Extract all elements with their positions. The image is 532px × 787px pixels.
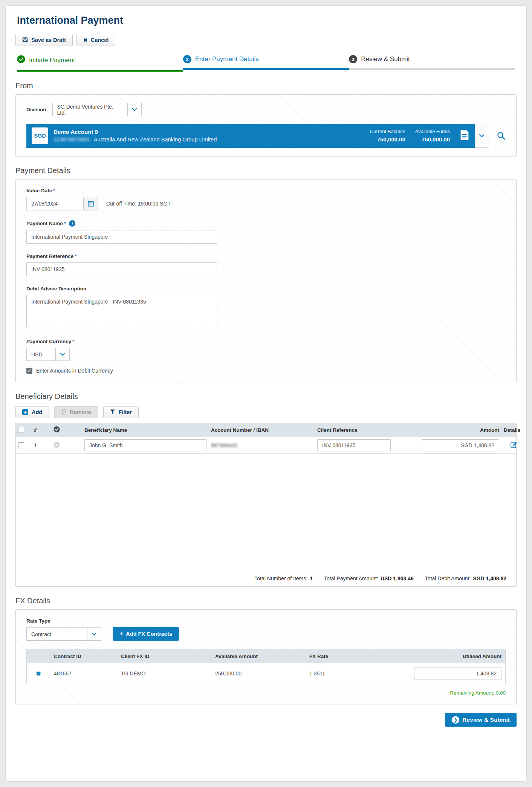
remaining-amount-text: Remaining Amount: 0.00	[26, 690, 506, 696]
cutoff-time-note: Cut-off Time: 19:00:00 SGT	[106, 201, 171, 207]
required-asterisk: *	[53, 188, 55, 193]
chevron-down-icon	[479, 132, 484, 139]
wizard-steps: Initiate Payment 2 Enter Payment Details…	[17, 55, 515, 72]
review-submit-label: Review & Submit	[462, 716, 510, 723]
filter-label: Filter	[119, 409, 132, 415]
debit-advice-description-label: Debit Advice Description	[26, 286, 506, 291]
fx-table-header: Contract ID Client FX ID Available Amoun…	[27, 649, 505, 663]
payment-reference-input[interactable]	[26, 262, 217, 276]
step-number-badge: 3	[349, 55, 357, 63]
rate-type-select[interactable]: Contract	[26, 627, 101, 641]
enter-amounts-debit-currency-checkbox[interactable]: ✓	[26, 368, 32, 374]
rate-type-value: Contract	[27, 628, 87, 640]
available-funds-label: Available Funds	[415, 128, 450, 135]
chevron-down-icon	[127, 103, 141, 116]
total-items-label: Total Number of Items:	[254, 575, 307, 581]
column-contract-id: Contract ID	[50, 654, 117, 659]
beneficiary-name-input[interactable]	[84, 439, 206, 451]
add-fx-contracts-button[interactable]: + Add FX Contracts	[113, 627, 179, 641]
step-initiate-payment[interactable]: Initiate Payment	[17, 55, 183, 72]
step-label: Initiate Payment	[29, 57, 75, 64]
available-funds-value: 750,000.00	[415, 135, 450, 144]
fx-contracts-table: Contract ID Client FX ID Available Amoun…	[26, 649, 506, 684]
step-review-submit[interactable]: 3 Review & Submit	[349, 55, 515, 72]
step-enter-payment-details[interactable]: 2 Enter Payment Details	[183, 55, 349, 72]
column-client-fx-id: Client FX ID	[117, 654, 211, 659]
fx-details-card: Rate Type Contract + Add FX Contracts Co…	[15, 609, 517, 704]
beneficiary-table-empty-area	[16, 454, 516, 570]
arrow-right-circle-icon: ❯	[452, 716, 459, 724]
column-client-reference: Client Reference	[315, 427, 410, 433]
payment-details-card: Value Date* Cut-off Time: 19:00:00 SGT P…	[15, 179, 517, 382]
total-payment-value: USD 1,903.46	[381, 575, 414, 581]
value-date-label: Value Date*	[26, 188, 506, 193]
add-fx-contracts-label: Add FX Contracts	[126, 631, 172, 637]
required-asterisk: *	[75, 253, 76, 259]
plus-icon: +	[22, 409, 28, 415]
beneficiary-totals: Total Number of Items:1 Total Payment Am…	[16, 570, 516, 586]
review-submit-button[interactable]: ❯ Review & Submit	[445, 713, 517, 727]
beneficiary-table: # Beneficiary Name Account Number / IBAN…	[15, 423, 517, 587]
validated-check-icon	[54, 426, 60, 434]
current-balance-value: 750,000.00	[370, 135, 405, 144]
chevron-down-icon	[55, 348, 69, 361]
account-dropdown-button[interactable]	[475, 124, 489, 148]
account-statement-icon[interactable]	[460, 129, 469, 142]
payment-name-input[interactable]	[26, 230, 217, 244]
from-heading: From	[15, 81, 517, 90]
payment-details-heading: Payment Details	[15, 166, 517, 175]
info-icon[interactable]: i	[69, 220, 75, 227]
division-select[interactable]: SG Demo Ventures Pte. Ltd.	[52, 103, 142, 116]
value-date-input[interactable]	[26, 197, 84, 210]
payment-currency-select[interactable]: USD	[26, 348, 70, 361]
fx-contract-row: ✖ 481667 TG DEMO 250,000.00 1.3511	[27, 663, 505, 684]
column-account-number: Account Number / IBAN	[209, 427, 315, 433]
account-search-icon[interactable]	[497, 131, 506, 140]
remove-contract-x-icon[interactable]: ✖	[36, 670, 41, 677]
add-beneficiary-button[interactable]: + Add	[15, 406, 49, 418]
edit-details-icon[interactable]	[511, 441, 518, 449]
remove-label: Remove	[70, 409, 91, 415]
payment-currency-value: USD	[27, 348, 55, 361]
payment-name-label: Payment Name*	[26, 221, 66, 226]
fx-rate-value: 1.3511	[306, 670, 381, 677]
column-beneficiary-name: Beneficiary Name	[82, 427, 209, 433]
beneficiary-row: 1 887986433	[16, 437, 516, 454]
remove-beneficiary-button[interactable]: Remove	[54, 406, 98, 418]
save-as-draft-button[interactable]: Save as Draft	[15, 34, 73, 46]
column-index: #	[32, 427, 51, 433]
filter-button[interactable]: Filter	[103, 406, 139, 418]
row-checkbox[interactable]	[18, 442, 24, 448]
beneficiary-toolbar: + Add Remove Filter	[15, 406, 517, 418]
rate-type-label: Rate Type	[26, 618, 506, 624]
current-balance-label: Current Balance	[370, 128, 405, 135]
currency-badge: SGD	[32, 127, 48, 144]
chevron-down-icon	[87, 628, 101, 640]
step-progress-bar	[17, 70, 183, 72]
column-amount: Amount	[410, 427, 501, 433]
calendar-icon[interactable]	[84, 197, 98, 210]
total-items-value: 1	[310, 575, 313, 581]
step-done-check-icon	[17, 55, 25, 65]
amount-input[interactable]	[422, 439, 499, 451]
required-asterisk: *	[64, 221, 66, 226]
required-asterisk: *	[72, 339, 74, 344]
save-icon	[22, 37, 28, 43]
total-debit-value: SGD 1,408.82	[473, 575, 506, 581]
debit-advice-description-input[interactable]: International Payment Singapore - INV 08…	[26, 295, 217, 327]
division-label: Division	[26, 107, 46, 112]
total-debit-label: Total Debit Amount:	[425, 575, 471, 581]
debit-account-bar[interactable]: SGD Demo Account 9 123876873901 Australi…	[26, 124, 475, 148]
column-utilised-amount: Utilised Amount	[381, 654, 505, 659]
column-available-amount: Available Amount	[211, 654, 306, 659]
client-reference-input[interactable]	[317, 439, 391, 451]
select-all-checkbox[interactable]	[18, 427, 24, 433]
cancel-button[interactable]: ✖ Cancel	[76, 34, 115, 46]
from-card: Division SG Demo Ventures Pte. Ltd. SGD …	[15, 94, 517, 156]
beneficiary-table-header: # Beneficiary Name Account Number / IBAN…	[16, 423, 516, 437]
step-label: Review & Submit	[361, 55, 410, 63]
utilised-amount-input[interactable]	[414, 667, 501, 680]
trash-icon	[61, 409, 66, 416]
fx-details-heading: FX Details	[15, 597, 517, 605]
cancel-label: Cancel	[91, 37, 109, 43]
